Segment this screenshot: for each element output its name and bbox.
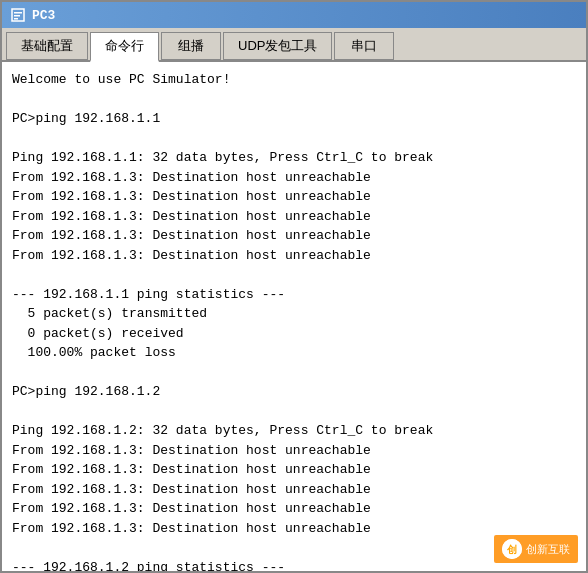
pc3-window: PC3 基础配置 命令行 组播 UDP发包工具 串口 Welcome to us… xyxy=(0,0,588,573)
svg-rect-1 xyxy=(14,12,22,14)
terminal-area[interactable]: Welcome to use PC Simulator! PC>ping 192… xyxy=(2,62,586,571)
watermark-logo: 创 xyxy=(502,539,522,559)
window-icon xyxy=(10,7,26,23)
svg-rect-2 xyxy=(14,15,20,17)
tab-jichu[interactable]: 基础配置 xyxy=(6,32,88,60)
terminal-output: Welcome to use PC Simulator! PC>ping 192… xyxy=(12,70,576,571)
window-title: PC3 xyxy=(32,8,55,23)
tab-bar: 基础配置 命令行 组播 UDP发包工具 串口 xyxy=(2,28,586,62)
tab-udp[interactable]: UDP发包工具 xyxy=(223,32,332,60)
tab-minglinghang[interactable]: 命令行 xyxy=(90,32,159,62)
title-bar: PC3 xyxy=(2,2,586,28)
tab-zubao[interactable]: 组播 xyxy=(161,32,221,60)
watermark-text: 创新互联 xyxy=(526,541,570,558)
svg-rect-3 xyxy=(14,18,18,20)
tab-chuankou[interactable]: 串口 xyxy=(334,32,394,60)
svg-text:创: 创 xyxy=(506,544,517,555)
watermark: 创 创新互联 xyxy=(494,535,578,563)
